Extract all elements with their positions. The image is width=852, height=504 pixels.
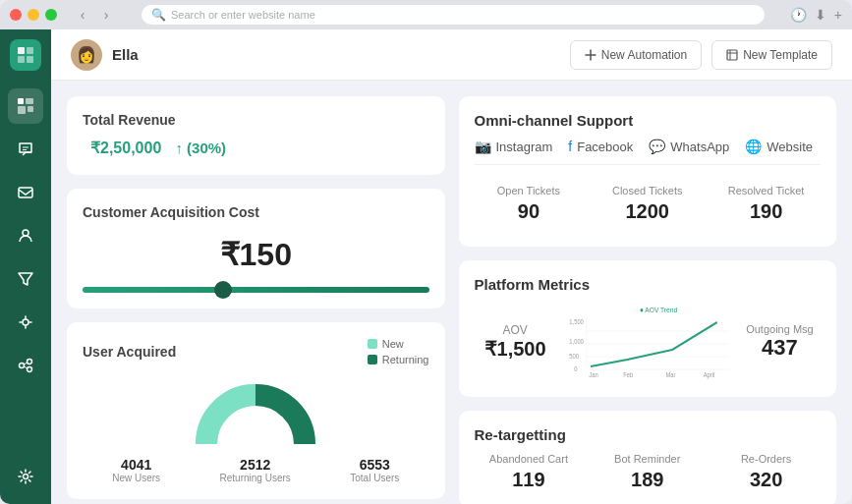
omni-channel-card: Omni-channel Support 📷 Instagram f Faceb… bbox=[459, 96, 837, 247]
facebook-icon: f bbox=[568, 139, 572, 154]
outgoing-value: 437 bbox=[739, 335, 821, 361]
svg-point-14 bbox=[28, 360, 32, 364]
legend: New Returning bbox=[368, 338, 429, 365]
platform-grid: AOV ₹1,500 ● AOV Trend 1,500 1,000 500 0 bbox=[475, 303, 822, 381]
website-icon: 🌐 bbox=[745, 139, 762, 154]
legend-new: New bbox=[368, 338, 429, 350]
titlebar-icons: 🕐 ⬇ + bbox=[790, 7, 842, 23]
svg-rect-5 bbox=[26, 98, 33, 104]
outgoing-msg-section: Outgoing Msg 437 bbox=[739, 323, 821, 361]
cac-value: ₹150 bbox=[83, 228, 429, 281]
slider-track bbox=[83, 287, 429, 293]
legend-dot-returning bbox=[368, 355, 377, 364]
channel-tabs: 📷 Instagram f Facebook 💬 WhatsApp bbox=[475, 139, 822, 165]
sidebar-item-integrations[interactable] bbox=[8, 348, 43, 383]
resolved-tickets: Resolved Ticket 190 bbox=[711, 177, 821, 231]
whatsapp-icon: 💬 bbox=[649, 139, 665, 154]
channel-website[interactable]: 🌐 Website bbox=[745, 139, 813, 154]
sidebar-item-funnel[interactable] bbox=[8, 261, 43, 297]
aov-value: ₹1,500 bbox=[475, 337, 556, 361]
resolved-tickets-value: 190 bbox=[719, 200, 813, 223]
returning-users-stat: 2512 Returning Users bbox=[220, 457, 291, 483]
new-users-stat: 4041 New Users bbox=[112, 457, 160, 483]
sidebar-item-inbox[interactable] bbox=[8, 175, 43, 210]
total-revenue-change: ↑ (30%) bbox=[175, 140, 226, 156]
svg-point-13 bbox=[20, 364, 25, 368]
platform-metrics-card: Platform Metrics AOV ₹1,500 ● AOV Trend … bbox=[459, 260, 837, 397]
minimize-button[interactable] bbox=[28, 9, 39, 21]
svg-rect-4 bbox=[18, 98, 24, 104]
re-orders-value: 320 bbox=[711, 469, 821, 491]
maximize-button[interactable] bbox=[45, 9, 57, 21]
left-column: Total Revenue ₹2,50,000 ↑ (30%) Customer… bbox=[67, 96, 445, 504]
right-column: Omni-channel Support 📷 Instagram f Faceb… bbox=[459, 96, 837, 504]
total-revenue-label: Total Revenue bbox=[83, 112, 429, 128]
close-button[interactable] bbox=[10, 9, 22, 21]
titlebar: ‹ › 🔍 Search or enter website name 🕐 ⬇ + bbox=[0, 0, 852, 29]
abandoned-cart-label: Abandoned Cart bbox=[475, 453, 584, 465]
add-tab-icon[interactable]: + bbox=[834, 7, 842, 23]
cac-slider[interactable] bbox=[83, 287, 429, 293]
svg-rect-10 bbox=[19, 188, 32, 197]
channel-instagram[interactable]: 📷 Instagram bbox=[475, 139, 553, 154]
user-acquired-card: User Acquired New Returning bbox=[67, 322, 445, 499]
sidebar-logo bbox=[10, 39, 41, 71]
address-bar[interactable]: 🔍 Search or enter website name bbox=[142, 5, 765, 25]
total-revenue-card: Total Revenue ₹2,50,000 ↑ (30%) bbox=[67, 96, 445, 175]
svg-rect-0 bbox=[18, 47, 25, 54]
total-users-num: 6553 bbox=[350, 457, 399, 473]
svg-rect-6 bbox=[18, 106, 26, 114]
svg-text:Jan: Jan bbox=[589, 370, 598, 378]
svg-text:1,500: 1,500 bbox=[569, 317, 584, 325]
closed-tickets-label: Closed Tickets bbox=[600, 185, 694, 196]
new-template-button[interactable]: New Template bbox=[711, 40, 832, 70]
svg-text:0: 0 bbox=[574, 364, 578, 372]
search-icon: 🔍 bbox=[151, 8, 166, 22]
legend-returning: Returning bbox=[368, 354, 429, 365]
sidebar-item-home[interactable] bbox=[8, 88, 43, 124]
donut-svg bbox=[192, 375, 319, 449]
svg-line-17 bbox=[25, 366, 28, 368]
address-bar-text: Search or enter website name bbox=[171, 9, 315, 21]
svg-point-15 bbox=[28, 367, 32, 372]
donut-chart bbox=[83, 375, 429, 449]
tickets-grid: Open Tickets 90 Closed Tickets 1200 Reso… bbox=[475, 177, 822, 231]
closed-tickets-value: 1200 bbox=[600, 200, 694, 223]
download-icon: ⬇ bbox=[815, 7, 826, 23]
new-users-desc: New Users bbox=[112, 473, 160, 483]
clock-icon: 🕐 bbox=[790, 7, 807, 23]
svg-point-11 bbox=[23, 230, 28, 236]
outgoing-label: Outgoing Msg bbox=[739, 323, 821, 335]
svg-text:Feb: Feb bbox=[623, 370, 633, 378]
open-tickets-label: Open Tickets bbox=[483, 185, 576, 196]
returning-users-desc: Returning Users bbox=[220, 473, 291, 483]
sidebar-item-campaigns[interactable] bbox=[8, 305, 43, 340]
slider-thumb[interactable] bbox=[214, 281, 232, 299]
platform-metrics-title: Platform Metrics bbox=[475, 276, 822, 293]
sidebar-item-chat[interactable] bbox=[8, 132, 43, 167]
main-layout: 👩 Ella New Automation bbox=[0, 29, 852, 504]
back-button[interactable]: ‹ bbox=[73, 5, 92, 25]
template-icon bbox=[726, 49, 738, 61]
svg-rect-19 bbox=[727, 50, 737, 60]
cac-label: Customer Acquisition Cost bbox=[83, 204, 429, 220]
retarget-grid: Abandoned Cart 119 Bot Reminder 189 Re-O… bbox=[475, 453, 822, 491]
sidebar-item-settings[interactable] bbox=[8, 459, 43, 494]
forward-button[interactable]: › bbox=[96, 5, 116, 25]
aov-chart-svg: ● AOV Trend 1,500 1,000 500 0 bbox=[566, 303, 729, 381]
bot-reminder: Bot Reminder 189 bbox=[593, 453, 702, 491]
aov-label: AOV bbox=[475, 323, 556, 337]
header: 👩 Ella New Automation bbox=[51, 29, 852, 81]
nav-buttons: ‹ › bbox=[73, 5, 116, 25]
user-acquired-title: User Acquired bbox=[83, 344, 176, 360]
total-users-stat: 6553 Total Users bbox=[350, 457, 399, 483]
sidebar-item-contacts[interactable] bbox=[8, 218, 43, 253]
svg-rect-7 bbox=[28, 106, 33, 112]
channel-facebook[interactable]: f Facebook bbox=[568, 139, 633, 154]
user-stats: 4041 New Users 2512 Returning Users 6553… bbox=[83, 457, 429, 483]
total-users-desc: Total Users bbox=[350, 473, 399, 483]
new-automation-button[interactable]: New Automation bbox=[570, 40, 702, 70]
channel-whatsapp[interactable]: 💬 WhatsApp bbox=[649, 139, 729, 154]
bot-reminder-value: 189 bbox=[593, 469, 702, 491]
svg-rect-3 bbox=[27, 56, 33, 63]
